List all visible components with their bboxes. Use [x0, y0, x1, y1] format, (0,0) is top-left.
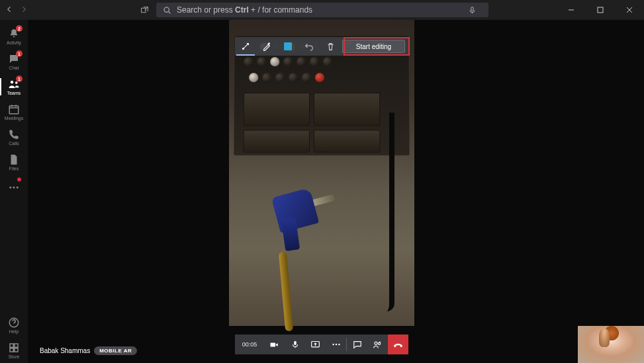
window-minimize-button[interactable] [557, 0, 586, 20]
self-video-pip[interactable] [578, 326, 644, 363]
popout-button[interactable] [140, 5, 149, 17]
svg-rect-6 [9, 106, 19, 114]
search-icon [163, 6, 171, 15]
rail-more-dot [17, 178, 21, 182]
rail-store[interactable]: Store [0, 338, 28, 363]
phone-icon [8, 129, 20, 140]
app-rail: 2 Activity 1 Chat 1 Teams Meetings Calls… [0, 20, 28, 363]
more-actions-button[interactable] [326, 335, 346, 354]
svg-point-8 [13, 187, 15, 189]
caller-label: Babak Shammas MOBILE AR [40, 346, 137, 355]
undo-tool[interactable] [299, 37, 320, 56]
rail-teams[interactable]: 1 Teams [0, 74, 28, 99]
svg-point-4 [11, 81, 14, 84]
svg-point-19 [332, 344, 334, 345]
nav-back-button[interactable] [5, 4, 13, 16]
window-maximize-button[interactable] [586, 0, 615, 20]
svg-point-22 [375, 341, 377, 344]
laser-pointer-tool[interactable] [235, 37, 256, 56]
svg-point-7 [9, 187, 11, 189]
show-chat-button[interactable] [347, 335, 367, 354]
caller-tag: MOBILE AR [94, 346, 137, 355]
delete-tool[interactable] [320, 37, 341, 56]
rail-help[interactable]: Help [0, 313, 28, 338]
svg-rect-2 [471, 7, 473, 11]
svg-rect-11 [10, 344, 13, 347]
search-placeholder: Search or press Ctrl + / for commands [177, 5, 312, 15]
rail-chat-badge: 1 [16, 50, 23, 57]
rail-meetings[interactable]: Meetings [0, 99, 28, 125]
pen-tool[interactable] [256, 37, 277, 56]
share-screen-button[interactable] [305, 335, 326, 354]
svg-point-1 [164, 7, 169, 12]
svg-rect-12 [15, 344, 18, 347]
rail-more[interactable] [0, 175, 28, 200]
svg-rect-3 [598, 7, 603, 13]
call-duration: 00:05 [235, 335, 264, 354]
help-icon [8, 317, 20, 329]
hang-up-button[interactable] [388, 335, 408, 354]
store-icon [8, 342, 20, 354]
caller-name: Babak Shammas [40, 347, 90, 354]
rail-activity-badge: 2 [16, 25, 23, 32]
rail-activity[interactable]: 2 Activity [0, 24, 28, 49]
more-icon [8, 182, 20, 193]
annotation-toolbar: Start editing [235, 37, 408, 56]
rail-chat[interactable]: 1 Chat [0, 49, 28, 74]
svg-point-15 [242, 48, 244, 49]
mic-icon[interactable] [468, 6, 482, 15]
svg-point-20 [335, 344, 336, 345]
svg-point-21 [338, 344, 340, 345]
shape-tool[interactable] [277, 37, 299, 56]
toggle-mic-button[interactable] [285, 335, 305, 354]
rail-teams-badge: 1 [16, 76, 23, 82]
svg-point-9 [17, 187, 19, 189]
remote-video [229, 20, 414, 326]
svg-rect-17 [294, 341, 297, 345]
call-stage: Start editing 00:05 Babak Shammas MOBILE… [28, 20, 644, 363]
svg-rect-14 [15, 348, 18, 352]
window-close-button[interactable] [615, 0, 644, 20]
start-editing-button[interactable]: Start editing [342, 40, 405, 53]
toggle-camera-button[interactable] [264, 335, 285, 354]
calendar-icon [8, 103, 20, 115]
nav-forward-button[interactable] [20, 4, 28, 16]
title-bar: Search or press Ctrl + / for commands [0, 0, 644, 20]
rail-files[interactable]: Files [0, 150, 28, 175]
svg-rect-16 [271, 342, 276, 346]
svg-rect-13 [10, 348, 13, 352]
rail-calls[interactable]: Calls [0, 125, 28, 150]
search-box[interactable]: Search or press Ctrl + / for commands [156, 3, 488, 17]
call-controls: 00:05 [235, 335, 408, 354]
file-icon [8, 154, 20, 166]
show-participants-button[interactable] [367, 335, 388, 354]
